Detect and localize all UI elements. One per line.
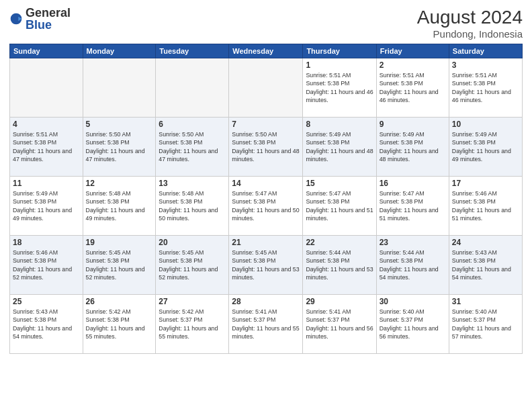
day-info: Sunrise: 5:45 AM Sunset: 5:38 PM Dayligh…: [159, 248, 226, 281]
day-info: Sunrise: 5:51 AM Sunset: 5:38 PM Dayligh…: [380, 71, 446, 104]
day-info: Sunrise: 5:51 AM Sunset: 5:38 PM Dayligh…: [13, 130, 80, 163]
calendar-cell: 30 Sunrise: 5:40 AM Sunset: 5:37 PM Dayl…: [376, 295, 449, 354]
day-number: 10: [452, 120, 519, 129]
day-info: Sunrise: 5:44 AM Sunset: 5:38 PM Dayligh…: [306, 248, 373, 281]
month-year: August 2024: [417, 7, 523, 28]
logo-blue: Blue: [26, 18, 52, 32]
day-info: Sunrise: 5:49 AM Sunset: 5:38 PM Dayligh…: [452, 130, 519, 163]
day-info: Sunrise: 5:48 AM Sunset: 5:38 PM Dayligh…: [159, 189, 226, 222]
calendar-cell: 21 Sunrise: 5:45 AM Sunset: 5:38 PM Dayl…: [229, 236, 303, 295]
calendar-cell: 18 Sunrise: 5:46 AM Sunset: 5:38 PM Dayl…: [10, 236, 83, 295]
calendar-week-row: 25 Sunrise: 5:43 AM Sunset: 5:38 PM Dayl…: [10, 295, 523, 354]
calendar-cell: 23 Sunrise: 5:44 AM Sunset: 5:38 PM Dayl…: [376, 236, 449, 295]
calendar-cell: 17 Sunrise: 5:46 AM Sunset: 5:38 PM Dayl…: [449, 177, 522, 236]
logo: General Blue: [9, 7, 71, 31]
calendar-cell: 13 Sunrise: 5:48 AM Sunset: 5:38 PM Dayl…: [156, 177, 229, 236]
calendar-cell: 15 Sunrise: 5:47 AM Sunset: 5:38 PM Dayl…: [303, 177, 376, 236]
calendar-week-row: 18 Sunrise: 5:46 AM Sunset: 5:38 PM Dayl…: [10, 236, 523, 295]
day-info: Sunrise: 5:40 AM Sunset: 5:37 PM Dayligh…: [452, 308, 519, 340]
calendar-cell: 4 Sunrise: 5:51 AM Sunset: 5:38 PM Dayli…: [10, 118, 83, 177]
day-number: 20: [159, 238, 226, 247]
day-info: Sunrise: 5:50 AM Sunset: 5:38 PM Dayligh…: [232, 130, 300, 163]
day-info: Sunrise: 5:50 AM Sunset: 5:38 PM Dayligh…: [86, 130, 153, 163]
day-number: 14: [232, 179, 300, 188]
header: General Blue August 2024 Pundong, Indone…: [9, 7, 523, 40]
location: Pundong, Indonesia: [417, 28, 523, 40]
day-number: 25: [13, 297, 80, 306]
day-number: 28: [232, 297, 300, 306]
day-number: 13: [159, 179, 226, 188]
day-info: Sunrise: 5:45 AM Sunset: 5:38 PM Dayligh…: [86, 248, 153, 281]
col-monday: Monday: [83, 44, 156, 58]
day-info: Sunrise: 5:45 AM Sunset: 5:38 PM Dayligh…: [232, 248, 300, 281]
col-wednesday: Wednesday: [229, 44, 303, 58]
day-number: 27: [159, 297, 226, 306]
calendar-cell: 22 Sunrise: 5:44 AM Sunset: 5:38 PM Dayl…: [303, 236, 376, 295]
day-info: Sunrise: 5:49 AM Sunset: 5:38 PM Dayligh…: [306, 130, 373, 163]
calendar-cell: [10, 58, 83, 118]
day-info: Sunrise: 5:43 AM Sunset: 5:38 PM Dayligh…: [13, 308, 80, 340]
day-number: 3: [452, 60, 519, 70]
day-number: 7: [232, 120, 300, 129]
calendar-cell: 19 Sunrise: 5:45 AM Sunset: 5:38 PM Dayl…: [83, 236, 156, 295]
calendar-cell: 28 Sunrise: 5:41 AM Sunset: 5:37 PM Dayl…: [229, 295, 303, 354]
day-info: Sunrise: 5:47 AM Sunset: 5:38 PM Dayligh…: [306, 189, 373, 222]
calendar-cell: 12 Sunrise: 5:48 AM Sunset: 5:38 PM Dayl…: [83, 177, 156, 236]
calendar-cell: 2 Sunrise: 5:51 AM Sunset: 5:38 PM Dayli…: [376, 58, 449, 118]
page: General Blue August 2024 Pundong, Indone…: [0, 0, 532, 411]
logo-general: General: [26, 6, 71, 19]
logo-icon: [9, 12, 23, 26]
day-info: Sunrise: 5:43 AM Sunset: 5:38 PM Dayligh…: [452, 248, 519, 281]
calendar-cell: 10 Sunrise: 5:49 AM Sunset: 5:38 PM Dayl…: [449, 118, 522, 177]
calendar-cell: 24 Sunrise: 5:43 AM Sunset: 5:38 PM Dayl…: [449, 236, 522, 295]
day-info: Sunrise: 5:48 AM Sunset: 5:38 PM Dayligh…: [86, 189, 153, 222]
calendar-cell: 14 Sunrise: 5:47 AM Sunset: 5:38 PM Dayl…: [229, 177, 303, 236]
day-info: Sunrise: 5:42 AM Sunset: 5:38 PM Dayligh…: [86, 308, 153, 340]
calendar-cell: [156, 58, 229, 118]
calendar-cell: 7 Sunrise: 5:50 AM Sunset: 5:38 PM Dayli…: [229, 118, 303, 177]
day-number: 22: [306, 238, 373, 247]
day-number: 21: [232, 238, 300, 247]
day-number: 6: [159, 120, 226, 129]
logo-text: General Blue: [26, 7, 71, 31]
day-number: 19: [86, 238, 153, 247]
day-number: 1: [306, 60, 373, 70]
day-number: 18: [13, 238, 80, 247]
day-number: 29: [306, 297, 373, 306]
day-info: Sunrise: 5:42 AM Sunset: 5:37 PM Dayligh…: [159, 308, 226, 340]
calendar-cell: 5 Sunrise: 5:50 AM Sunset: 5:38 PM Dayli…: [83, 118, 156, 177]
day-number: 2: [380, 60, 446, 70]
day-number: 30: [380, 297, 446, 306]
calendar-cell: [83, 58, 156, 118]
col-friday: Friday: [376, 44, 449, 58]
day-number: 23: [380, 238, 446, 247]
calendar-cell: 8 Sunrise: 5:49 AM Sunset: 5:38 PM Dayli…: [303, 118, 376, 177]
day-info: Sunrise: 5:49 AM Sunset: 5:38 PM Dayligh…: [13, 189, 80, 222]
day-info: Sunrise: 5:44 AM Sunset: 5:38 PM Dayligh…: [380, 248, 446, 281]
day-info: Sunrise: 5:49 AM Sunset: 5:38 PM Dayligh…: [380, 130, 446, 163]
calendar-week-row: 11 Sunrise: 5:49 AM Sunset: 5:38 PM Dayl…: [10, 177, 523, 236]
calendar: Sunday Monday Tuesday Wednesday Thursday…: [9, 44, 523, 354]
col-thursday: Thursday: [303, 44, 376, 58]
day-info: Sunrise: 5:51 AM Sunset: 5:38 PM Dayligh…: [306, 71, 373, 104]
day-info: Sunrise: 5:41 AM Sunset: 5:37 PM Dayligh…: [306, 308, 373, 340]
calendar-week-row: 4 Sunrise: 5:51 AM Sunset: 5:38 PM Dayli…: [10, 118, 523, 177]
day-info: Sunrise: 5:40 AM Sunset: 5:37 PM Dayligh…: [380, 308, 446, 340]
calendar-cell: 31 Sunrise: 5:40 AM Sunset: 5:37 PM Dayl…: [449, 295, 522, 354]
calendar-cell: 3 Sunrise: 5:51 AM Sunset: 5:38 PM Dayli…: [449, 58, 522, 118]
day-number: 8: [306, 120, 373, 129]
day-info: Sunrise: 5:47 AM Sunset: 5:38 PM Dayligh…: [232, 189, 300, 222]
day-number: 12: [86, 179, 153, 188]
day-number: 5: [86, 120, 153, 129]
day-number: 4: [13, 120, 80, 129]
day-info: Sunrise: 5:41 AM Sunset: 5:37 PM Dayligh…: [232, 308, 300, 340]
col-saturday: Saturday: [449, 44, 522, 58]
day-number: 16: [380, 179, 446, 188]
calendar-cell: 9 Sunrise: 5:49 AM Sunset: 5:38 PM Dayli…: [376, 118, 449, 177]
day-info: Sunrise: 5:51 AM Sunset: 5:38 PM Dayligh…: [452, 71, 519, 104]
day-number: 24: [452, 238, 519, 247]
calendar-cell: 25 Sunrise: 5:43 AM Sunset: 5:38 PM Dayl…: [10, 295, 83, 354]
calendar-cell: 16 Sunrise: 5:47 AM Sunset: 5:38 PM Dayl…: [376, 177, 449, 236]
day-number: 9: [380, 120, 446, 129]
calendar-cell: 26 Sunrise: 5:42 AM Sunset: 5:38 PM Dayl…: [83, 295, 156, 354]
